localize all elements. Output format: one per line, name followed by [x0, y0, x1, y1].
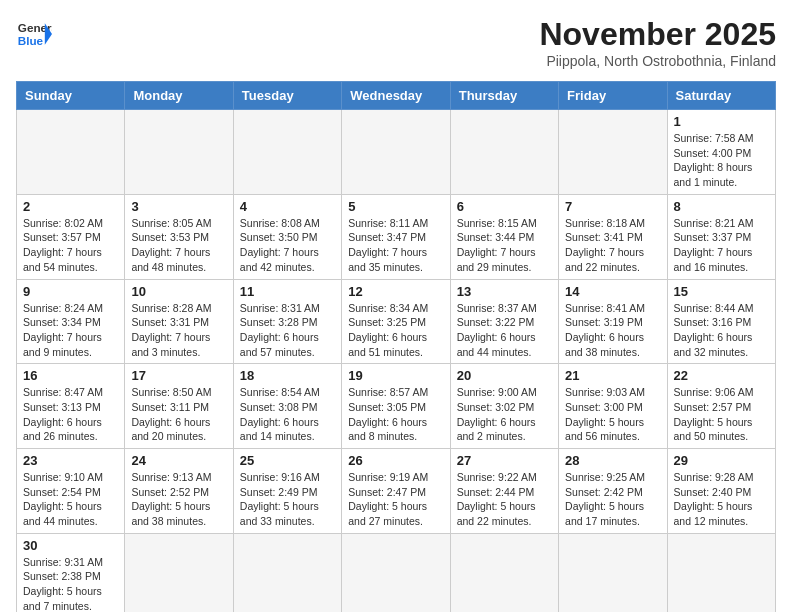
day-10: 10 Sunrise: 8:28 AMSunset: 3:31 PMDaylig… [125, 279, 233, 364]
day-22: 22 Sunrise: 9:06 AMSunset: 2:57 PMDaylig… [667, 364, 775, 449]
day-6: 6 Sunrise: 8:15 AMSunset: 3:44 PMDayligh… [450, 194, 558, 279]
col-thursday: Thursday [450, 82, 558, 110]
day-5: 5 Sunrise: 8:11 AMSunset: 3:47 PMDayligh… [342, 194, 450, 279]
day-17: 17 Sunrise: 8:50 AMSunset: 3:11 PMDaylig… [125, 364, 233, 449]
day-4: 4 Sunrise: 8:08 AMSunset: 3:50 PMDayligh… [233, 194, 341, 279]
page-header: General Blue November 2025 Piippola, Nor… [16, 16, 776, 69]
calendar-row-2: 2 Sunrise: 8:02 AMSunset: 3:57 PMDayligh… [17, 194, 776, 279]
logo-icon: General Blue [16, 16, 52, 52]
day-21: 21 Sunrise: 9:03 AMSunset: 3:00 PMDaylig… [559, 364, 667, 449]
calendar-row-1: 1 Sunrise: 7:58 AMSunset: 4:00 PMDayligh… [17, 110, 776, 195]
empty-cell [233, 533, 341, 612]
day-20: 20 Sunrise: 9:00 AMSunset: 3:02 PMDaylig… [450, 364, 558, 449]
calendar-row-5: 23 Sunrise: 9:10 AMSunset: 2:54 PMDaylig… [17, 449, 776, 534]
day-12: 12 Sunrise: 8:34 AMSunset: 3:25 PMDaylig… [342, 279, 450, 364]
location: Piippola, North Ostrobothnia, Finland [539, 53, 776, 69]
day-2: 2 Sunrise: 8:02 AMSunset: 3:57 PMDayligh… [17, 194, 125, 279]
day-3: 3 Sunrise: 8:05 AMSunset: 3:53 PMDayligh… [125, 194, 233, 279]
day-27: 27 Sunrise: 9:22 AMSunset: 2:44 PMDaylig… [450, 449, 558, 534]
day-24: 24 Sunrise: 9:13 AMSunset: 2:52 PMDaylig… [125, 449, 233, 534]
calendar-row-3: 9 Sunrise: 8:24 AMSunset: 3:34 PMDayligh… [17, 279, 776, 364]
title-section: November 2025 Piippola, North Ostrobothn… [539, 16, 776, 69]
day-15: 15 Sunrise: 8:44 AMSunset: 3:16 PMDaylig… [667, 279, 775, 364]
empty-cell [450, 533, 558, 612]
day-1: 1 Sunrise: 7:58 AMSunset: 4:00 PMDayligh… [667, 110, 775, 195]
day-30: 30 Sunrise: 9:31 AMSunset: 2:38 PMDaylig… [17, 533, 125, 612]
empty-cell [559, 110, 667, 195]
day-29: 29 Sunrise: 9:28 AMSunset: 2:40 PMDaylig… [667, 449, 775, 534]
empty-cell [559, 533, 667, 612]
empty-cell [450, 110, 558, 195]
svg-text:Blue: Blue [18, 34, 44, 47]
col-sunday: Sunday [17, 82, 125, 110]
day-1-info: Sunrise: 7:58 AMSunset: 4:00 PMDaylight:… [674, 131, 769, 190]
day-8: 8 Sunrise: 8:21 AMSunset: 3:37 PMDayligh… [667, 194, 775, 279]
calendar-row-6 last-row: 30 Sunrise: 9:31 AMSunset: 2:38 PMDaylig… [17, 533, 776, 612]
col-wednesday: Wednesday [342, 82, 450, 110]
empty-cell [233, 110, 341, 195]
day-16: 16 Sunrise: 8:47 AMSunset: 3:13 PMDaylig… [17, 364, 125, 449]
empty-cell [125, 533, 233, 612]
day-25: 25 Sunrise: 9:16 AMSunset: 2:49 PMDaylig… [233, 449, 341, 534]
empty-cell [17, 110, 125, 195]
day-7: 7 Sunrise: 8:18 AMSunset: 3:41 PMDayligh… [559, 194, 667, 279]
day-11: 11 Sunrise: 8:31 AMSunset: 3:28 PMDaylig… [233, 279, 341, 364]
day-26: 26 Sunrise: 9:19 AMSunset: 2:47 PMDaylig… [342, 449, 450, 534]
logo: General Blue [16, 16, 52, 52]
empty-cell [342, 533, 450, 612]
day-13: 13 Sunrise: 8:37 AMSunset: 3:22 PMDaylig… [450, 279, 558, 364]
day-9: 9 Sunrise: 8:24 AMSunset: 3:34 PMDayligh… [17, 279, 125, 364]
empty-cell [125, 110, 233, 195]
day-14: 14 Sunrise: 8:41 AMSunset: 3:19 PMDaylig… [559, 279, 667, 364]
calendar-header-row: Sunday Monday Tuesday Wednesday Thursday… [17, 82, 776, 110]
empty-cell [342, 110, 450, 195]
col-tuesday: Tuesday [233, 82, 341, 110]
col-saturday: Saturday [667, 82, 775, 110]
calendar-row-4: 16 Sunrise: 8:47 AMSunset: 3:13 PMDaylig… [17, 364, 776, 449]
day-18: 18 Sunrise: 8:54 AMSunset: 3:08 PMDaylig… [233, 364, 341, 449]
col-friday: Friday [559, 82, 667, 110]
day-28: 28 Sunrise: 9:25 AMSunset: 2:42 PMDaylig… [559, 449, 667, 534]
calendar-table: Sunday Monday Tuesday Wednesday Thursday… [16, 81, 776, 612]
day-23: 23 Sunrise: 9:10 AMSunset: 2:54 PMDaylig… [17, 449, 125, 534]
col-monday: Monday [125, 82, 233, 110]
day-19: 19 Sunrise: 8:57 AMSunset: 3:05 PMDaylig… [342, 364, 450, 449]
month-title: November 2025 [539, 16, 776, 53]
empty-cell [667, 533, 775, 612]
